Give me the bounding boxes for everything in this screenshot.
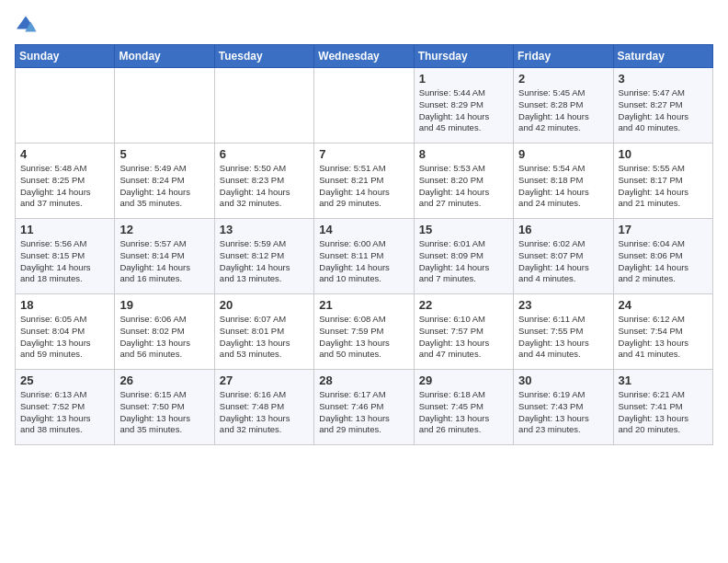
day-number: 13 xyxy=(220,223,309,236)
day-info: Sunrise: 6:19 AM Sunset: 7:43 PM Dayligh… xyxy=(518,389,608,436)
day-cell: 14Sunrise: 6:00 AM Sunset: 8:11 PM Dayli… xyxy=(314,219,414,294)
day-cell: 3Sunrise: 5:47 AM Sunset: 8:27 PM Daylig… xyxy=(613,68,712,144)
header-monday: Monday xyxy=(115,45,214,68)
week-row-5: 25Sunrise: 6:13 AM Sunset: 7:52 PM Dayli… xyxy=(16,370,713,445)
day-info: Sunrise: 5:54 AM Sunset: 8:18 PM Dayligh… xyxy=(518,163,608,210)
day-info: Sunrise: 6:05 AM Sunset: 8:04 PM Dayligh… xyxy=(20,314,109,361)
day-number: 8 xyxy=(419,147,508,161)
day-cell: 21Sunrise: 6:08 AM Sunset: 7:59 PM Dayli… xyxy=(314,294,414,370)
day-number: 22 xyxy=(419,298,508,312)
day-number: 20 xyxy=(220,298,309,312)
week-row-1: 1Sunrise: 5:44 AM Sunset: 8:29 PM Daylig… xyxy=(16,68,713,144)
logo xyxy=(15,15,40,33)
day-cell: 23Sunrise: 6:11 AM Sunset: 7:55 PM Dayli… xyxy=(514,294,613,370)
day-info: Sunrise: 6:21 AM Sunset: 7:41 PM Dayligh… xyxy=(619,389,708,436)
day-cell: 18Sunrise: 6:05 AM Sunset: 8:04 PM Dayli… xyxy=(16,294,115,370)
header-tuesday: Tuesday xyxy=(214,45,313,68)
day-cell: 6Sunrise: 5:50 AM Sunset: 8:23 PM Daylig… xyxy=(214,144,313,219)
week-row-3: 11Sunrise: 5:56 AM Sunset: 8:15 PM Dayli… xyxy=(16,219,713,294)
day-info: Sunrise: 6:12 AM Sunset: 7:54 PM Dayligh… xyxy=(619,314,708,361)
day-number: 3 xyxy=(619,72,708,86)
header-sunday: Sunday xyxy=(16,45,115,68)
day-cell: 26Sunrise: 6:15 AM Sunset: 7:50 PM Dayli… xyxy=(115,370,214,445)
day-number: 14 xyxy=(319,223,408,236)
day-number: 26 xyxy=(119,373,209,387)
day-info: Sunrise: 6:18 AM Sunset: 7:45 PM Dayligh… xyxy=(419,389,508,436)
day-number: 27 xyxy=(220,373,309,387)
day-info: Sunrise: 5:48 AM Sunset: 8:25 PM Dayligh… xyxy=(20,163,109,210)
day-number: 15 xyxy=(419,223,508,236)
day-cell: 17Sunrise: 6:04 AM Sunset: 8:06 PM Dayli… xyxy=(613,219,712,294)
day-cell: 31Sunrise: 6:21 AM Sunset: 7:41 PM Dayli… xyxy=(613,370,712,445)
day-number: 5 xyxy=(119,147,209,161)
day-info: Sunrise: 6:07 AM Sunset: 8:01 PM Dayligh… xyxy=(220,314,309,361)
day-number: 28 xyxy=(319,373,408,387)
day-cell: 12Sunrise: 5:57 AM Sunset: 8:14 PM Dayli… xyxy=(115,219,214,294)
day-cell: 11Sunrise: 5:56 AM Sunset: 8:15 PM Dayli… xyxy=(16,219,115,294)
day-number: 30 xyxy=(518,373,608,387)
day-cell: 30Sunrise: 6:19 AM Sunset: 7:43 PM Dayli… xyxy=(514,370,613,445)
day-info: Sunrise: 5:45 AM Sunset: 8:28 PM Dayligh… xyxy=(518,87,608,134)
day-number: 24 xyxy=(619,298,708,312)
day-number: 21 xyxy=(319,298,408,312)
day-info: Sunrise: 5:56 AM Sunset: 8:15 PM Dayligh… xyxy=(20,238,109,285)
header-wednesday: Wednesday xyxy=(314,45,414,68)
day-cell xyxy=(16,68,115,144)
day-cell: 9Sunrise: 5:54 AM Sunset: 8:18 PM Daylig… xyxy=(514,144,613,219)
day-number: 9 xyxy=(518,147,608,161)
header-thursday: Thursday xyxy=(414,45,513,68)
day-info: Sunrise: 5:53 AM Sunset: 8:20 PM Dayligh… xyxy=(419,163,508,210)
day-number: 10 xyxy=(619,147,708,161)
day-info: Sunrise: 6:01 AM Sunset: 8:09 PM Dayligh… xyxy=(419,238,508,285)
day-number: 6 xyxy=(220,147,309,161)
day-number: 29 xyxy=(419,373,508,387)
day-info: Sunrise: 5:49 AM Sunset: 8:24 PM Dayligh… xyxy=(119,163,209,210)
day-number: 2 xyxy=(518,72,608,86)
day-cell xyxy=(115,68,214,144)
day-info: Sunrise: 6:17 AM Sunset: 7:46 PM Dayligh… xyxy=(319,389,408,436)
day-cell: 4Sunrise: 5:48 AM Sunset: 8:25 PM Daylig… xyxy=(16,144,115,219)
week-row-2: 4Sunrise: 5:48 AM Sunset: 8:25 PM Daylig… xyxy=(16,144,713,219)
day-info: Sunrise: 6:08 AM Sunset: 7:59 PM Dayligh… xyxy=(319,314,408,361)
week-row-4: 18Sunrise: 6:05 AM Sunset: 8:04 PM Dayli… xyxy=(16,294,713,370)
day-number: 19 xyxy=(119,298,209,312)
day-cell: 19Sunrise: 6:06 AM Sunset: 8:02 PM Dayli… xyxy=(115,294,214,370)
page-header xyxy=(15,15,713,33)
header-saturday: Saturday xyxy=(613,45,712,68)
day-number: 18 xyxy=(20,298,109,312)
day-info: Sunrise: 6:06 AM Sunset: 8:02 PM Dayligh… xyxy=(119,314,209,361)
day-info: Sunrise: 6:02 AM Sunset: 8:07 PM Dayligh… xyxy=(518,238,608,285)
day-number: 17 xyxy=(619,223,708,236)
day-cell: 27Sunrise: 6:16 AM Sunset: 7:48 PM Dayli… xyxy=(214,370,313,445)
day-number: 11 xyxy=(20,223,109,236)
day-info: Sunrise: 5:50 AM Sunset: 8:23 PM Dayligh… xyxy=(220,163,309,210)
day-cell: 28Sunrise: 6:17 AM Sunset: 7:46 PM Dayli… xyxy=(314,370,414,445)
day-cell: 16Sunrise: 6:02 AM Sunset: 8:07 PM Dayli… xyxy=(514,219,613,294)
day-cell: 2Sunrise: 5:45 AM Sunset: 8:28 PM Daylig… xyxy=(514,68,613,144)
day-info: Sunrise: 5:47 AM Sunset: 8:27 PM Dayligh… xyxy=(619,87,708,134)
day-number: 12 xyxy=(119,223,209,236)
day-info: Sunrise: 6:00 AM Sunset: 8:11 PM Dayligh… xyxy=(319,238,408,285)
day-number: 23 xyxy=(518,298,608,312)
day-cell: 1Sunrise: 5:44 AM Sunset: 8:29 PM Daylig… xyxy=(414,68,513,144)
day-info: Sunrise: 5:59 AM Sunset: 8:12 PM Dayligh… xyxy=(220,238,309,285)
day-cell: 7Sunrise: 5:51 AM Sunset: 8:21 PM Daylig… xyxy=(314,144,414,219)
day-number: 1 xyxy=(419,72,508,86)
day-cell: 13Sunrise: 5:59 AM Sunset: 8:12 PM Dayli… xyxy=(214,219,313,294)
day-cell xyxy=(314,68,414,144)
header-friday: Friday xyxy=(514,45,613,68)
day-info: Sunrise: 6:15 AM Sunset: 7:50 PM Dayligh… xyxy=(119,389,209,436)
day-info: Sunrise: 5:55 AM Sunset: 8:17 PM Dayligh… xyxy=(619,163,708,210)
day-number: 25 xyxy=(20,373,109,387)
day-cell xyxy=(214,68,313,144)
logo-icon xyxy=(15,15,37,33)
day-cell: 24Sunrise: 6:12 AM Sunset: 7:54 PM Dayli… xyxy=(613,294,712,370)
calendar-table: SundayMondayTuesdayWednesdayThursdayFrid… xyxy=(15,44,713,445)
day-cell: 5Sunrise: 5:49 AM Sunset: 8:24 PM Daylig… xyxy=(115,144,214,219)
day-cell: 20Sunrise: 6:07 AM Sunset: 8:01 PM Dayli… xyxy=(214,294,313,370)
day-number: 7 xyxy=(319,147,408,161)
day-info: Sunrise: 5:57 AM Sunset: 8:14 PM Dayligh… xyxy=(119,238,209,285)
day-cell: 10Sunrise: 5:55 AM Sunset: 8:17 PM Dayli… xyxy=(613,144,712,219)
day-number: 4 xyxy=(20,147,109,161)
day-cell: 15Sunrise: 6:01 AM Sunset: 8:09 PM Dayli… xyxy=(414,219,513,294)
